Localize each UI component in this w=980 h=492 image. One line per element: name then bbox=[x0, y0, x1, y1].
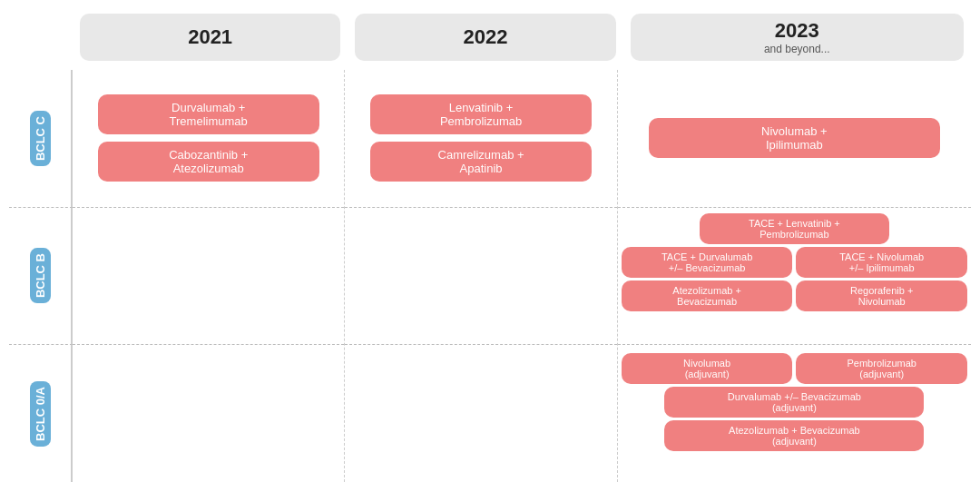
cell-2023-b: TACE + Lenvatinib +Pembrolizumab TACE + … bbox=[618, 208, 971, 346]
bclc-0a-label: BCLC 0/A bbox=[30, 381, 51, 447]
col-2022: Lenvatinib +Pembrolizumab Camrelizumab +… bbox=[345, 70, 617, 482]
year-2021: 2021 bbox=[188, 25, 232, 49]
bclc-c-label-cell: BCLC C bbox=[9, 70, 73, 208]
drug-durvalumab-tremelimumab: Durvalumab +Tremelimumab bbox=[98, 94, 319, 134]
drug-tace-durvalumab-bevacizumab: TACE + Durvalumab+/– Bevacizumab bbox=[622, 247, 793, 278]
row-labels: BCLC C BCLC B BCLC 0/A bbox=[9, 70, 73, 482]
col-2023: Nivolumab +Ipilimumab TACE + Lenvatinib … bbox=[618, 70, 971, 482]
cell-2021-c: Durvalumab +Tremelimumab Cabozantinib +A… bbox=[73, 70, 344, 208]
bclc-b-top: TACE + Lenvatinib +Pembrolizumab bbox=[622, 213, 967, 244]
cell-2022-b bbox=[345, 208, 616, 346]
cell-2023-a: Nivolumab(adjuvant) Pembrolizumab(adjuva… bbox=[618, 345, 971, 482]
drug-tace-lenvatinib-pembrolizumab: TACE + Lenvatinib +Pembrolizumab bbox=[700, 213, 890, 244]
cell-2022-c: Lenvatinib +Pembrolizumab Camrelizumab +… bbox=[345, 70, 616, 208]
bclc-b-label: BCLC B bbox=[30, 248, 51, 303]
bclc-b-row1: TACE + Durvalumab+/– Bevacizumab TACE + … bbox=[622, 247, 967, 278]
drug-nivolumab-adjuvant: Nivolumab(adjuvant) bbox=[622, 353, 793, 384]
content-area: BCLC C BCLC B BCLC 0/A Durvalumab +Treme… bbox=[9, 70, 971, 482]
drug-atezolizumab-bevacizumab-b: Atezolizumab +Bevacizumab bbox=[622, 280, 793, 311]
data-columns: Durvalumab +Tremelimumab Cabozantinib +A… bbox=[73, 70, 971, 482]
col-header-2023: 2023 and beyond... bbox=[631, 14, 964, 61]
drug-pembrolizumab-adjuvant: Pembrolizumab(adjuvant) bbox=[796, 353, 967, 384]
bclc-c-label: BCLC C bbox=[30, 111, 51, 166]
drug-camrelizumab-apatinib: Camrelizumab +Apatinib bbox=[370, 142, 592, 182]
header-row: 2021 2022 2023 and beyond... bbox=[73, 10, 971, 64]
cell-2023-c: Nivolumab +Ipilimumab bbox=[618, 70, 971, 208]
drug-lenvatinib-pembrolizumab: Lenvatinib +Pembrolizumab bbox=[370, 94, 592, 134]
drug-regorafenib-nivolumab: Regorafenib +Nivolumab bbox=[796, 280, 967, 311]
drug-atezolizumab-bevacizumab-adjuvant: Atezolizumab + Bevacizumab(adjuvant) bbox=[664, 420, 924, 451]
drug-cabozantinib-atezolizumab: Cabozantinib +Atezolizumab bbox=[98, 142, 319, 182]
cell-2021-b bbox=[73, 208, 344, 346]
bclc-b-row2: Atezolizumab +Bevacizumab Regorafenib +N… bbox=[622, 280, 967, 311]
year-2023-sub: and beyond... bbox=[764, 43, 830, 55]
year-2022: 2022 bbox=[463, 25, 507, 49]
cell-2022-a bbox=[345, 345, 616, 482]
col-header-2021: 2021 bbox=[80, 14, 340, 61]
bclc-a-row1: Nivolumab(adjuvant) Pembrolizumab(adjuva… bbox=[622, 353, 967, 384]
cell-2021-a bbox=[73, 345, 344, 482]
drug-durvalumab-bevacizumab-adjuvant: Durvalumab +/– Bevacizumab(adjuvant) bbox=[664, 387, 924, 418]
col-2021: Durvalumab +Tremelimumab Cabozantinib +A… bbox=[73, 70, 345, 482]
bclc-0a-label-cell: BCLC 0/A bbox=[9, 345, 73, 482]
drug-nivolumab-ipilimumab: Nivolumab +Ipilimumab bbox=[649, 118, 940, 158]
year-2023: 2023 bbox=[764, 19, 830, 43]
main-chart: 2021 2022 2023 and beyond... BCLC C BCLC… bbox=[9, 10, 971, 482]
bclc-b-label-cell: BCLC B bbox=[9, 208, 73, 346]
drug-tace-nivolumab-ipilimumab: TACE + Nivolumab+/– Ipilimumab bbox=[796, 247, 967, 278]
col-header-2022: 2022 bbox=[355, 14, 615, 61]
